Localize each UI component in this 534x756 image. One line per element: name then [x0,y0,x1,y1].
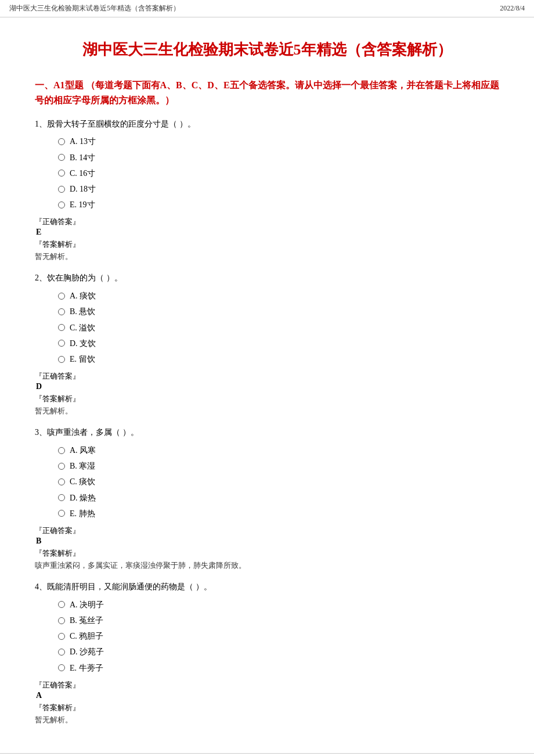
question-text-2: 2、饮在胸胁的为（ ）。 [35,271,499,285]
radio-icon [58,463,65,470]
option-label: E. 留饮 [70,352,95,366]
option-label: B. 14寸 [70,150,95,165]
analysis-label: 『答案解析』 [35,548,499,559]
option-item-1-D[interactable]: D. 18寸 [58,182,499,196]
option-item-1-A[interactable]: A. 13寸 [58,134,499,149]
analysis-text: 暂无解析。 [35,405,499,417]
options-list-4: A. 决明子B. 菟丝子C. 鸦胆子D. 沙苑子E. 牛蒡子 [58,597,499,675]
option-item-3-A[interactable]: A. 风寒 [58,443,499,458]
answer-block-1: 『正确答案』E [35,217,499,237]
answer-block-2: 『正确答案』D [35,371,499,391]
option-item-3-C[interactable]: C. 痰饮 [58,474,499,489]
radio-icon [58,293,65,300]
question-block-2: 2、饮在胸胁的为（ ）。A. 痰饮B. 悬饮C. 溢饮D. 支饮E. 留饮『正确… [35,271,499,417]
option-label: A. 13寸 [70,134,96,149]
options-list-3: A. 风寒B. 寒湿C. 痰饮D. 燥热E. 肺热 [58,443,499,521]
answer-label: 『正确答案』 [35,526,80,535]
question-block-3: 3、咳声重浊者，多属（ ）。A. 风寒B. 寒湿C. 痰饮D. 燥热E. 肺热『… [35,426,499,572]
page-footer: 编号：1307cf1d97ac068c0c8312be88a1a28e 1 [0,753,534,756]
main-title: 湖中医大三生化检验期末试卷近5年精选（含答案解析） [35,39,499,60]
options-list-2: A. 痰饮B. 悬饮C. 溢饮D. 支饮E. 留饮 [58,289,499,366]
answer-value: B [36,537,499,546]
option-item-3-D[interactable]: D. 燥热 [58,491,499,505]
questions-container: 1、股骨大转子至腘横纹的距度分寸是（ ）。A. 13寸B. 14寸C. 16寸D… [35,117,499,726]
option-label: D. 18寸 [70,182,96,196]
radio-icon [58,510,65,517]
option-item-1-B[interactable]: B. 14寸 [58,150,499,165]
question-block-4: 4、既能清肝明目，又能润肠通便的药物是（ ）。A. 决明子B. 菟丝子C. 鸦胆… [35,580,499,726]
option-item-4-A[interactable]: A. 决明子 [58,597,499,612]
radio-icon [58,324,65,331]
radio-icon [58,494,65,501]
radio-icon [58,170,65,177]
analysis-label: 『答案解析』 [35,394,499,404]
radio-icon [58,664,65,671]
radio-icon [58,138,65,145]
radio-icon [58,617,65,624]
answer-value: E [36,228,499,237]
page-header: 湖中医大三生化检验期末试卷近5年精选（含答案解析） 2022/8/4 [0,0,534,17]
option-label: C. 痰饮 [70,474,95,489]
option-item-1-C[interactable]: C. 16寸 [58,166,499,181]
option-label: B. 悬饮 [70,304,95,319]
option-label: B. 寒湿 [70,459,95,473]
option-label: C. 鸦胆子 [70,629,103,643]
option-label: A. 痰饮 [70,289,96,303]
radio-icon [58,154,65,161]
analysis-text: 暂无解析。 [35,250,499,263]
option-item-2-B[interactable]: B. 悬饮 [58,304,499,319]
option-item-2-D[interactable]: D. 支饮 [58,336,499,351]
option-item-4-E[interactable]: E. 牛蒡子 [58,661,499,675]
radio-icon [58,340,65,347]
answer-label: 『正确答案』 [35,217,80,226]
option-item-1-E[interactable]: E. 19寸 [58,197,499,212]
radio-icon [58,356,65,363]
question-text-1: 1、股骨大转子至腘横纹的距度分寸是（ ）。 [35,117,499,131]
options-list-1: A. 13寸B. 14寸C. 16寸D. 18寸E. 19寸 [58,134,499,212]
question-text-3: 3、咳声重浊者，多属（ ）。 [35,426,499,440]
analysis-text: 暂无解析。 [35,714,499,726]
page-content: 湖中医大三生化检验期末试卷近5年精选（含答案解析） 一、A1型题 （每道考题下面… [0,17,534,756]
header-title: 湖中医大三生化检验期末试卷近5年精选（含答案解析） [9,3,180,13]
option-label: D. 燥热 [70,491,96,505]
answer-value: D [36,382,499,391]
option-item-4-B[interactable]: B. 菟丝子 [58,613,499,628]
radio-icon [58,308,65,315]
analysis-label: 『答案解析』 [35,239,499,250]
option-item-3-B[interactable]: B. 寒湿 [58,459,499,473]
option-item-2-C[interactable]: C. 溢饮 [58,321,499,335]
header-date: 2022/8/4 [500,4,525,13]
option-label: C. 16寸 [70,166,95,181]
section-title: 一、A1型题 （每道考题下面有A、B、C、D、E五个备选答案。请从中选择一个最佳… [35,78,499,107]
question-text-4: 4、既能清肝明目，又能润肠通便的药物是（ ）。 [35,580,499,594]
radio-icon [58,478,65,485]
option-item-2-A[interactable]: A. 痰饮 [58,289,499,303]
answer-block-4: 『正确答案』A [35,680,499,700]
option-item-3-E[interactable]: E. 肺热 [58,506,499,521]
radio-icon [58,186,65,193]
option-label: E. 肺热 [70,506,95,521]
option-label: A. 风寒 [70,443,96,458]
analysis-text: 咳声重浊紧闷，多属实证，寒痰湿浊停聚于肺，肺失肃降所致。 [35,559,499,572]
answer-label: 『正确答案』 [35,372,80,380]
answer-value: A [36,691,499,700]
radio-icon [58,447,65,454]
option-label: B. 菟丝子 [70,613,103,628]
option-label: E. 牛蒡子 [70,661,103,675]
answer-block-3: 『正确答案』B [35,525,499,546]
option-label: C. 溢饮 [70,321,95,335]
option-label: D. 沙苑子 [70,645,104,659]
option-label: A. 决明子 [70,597,104,612]
option-item-4-D[interactable]: D. 沙苑子 [58,645,499,659]
option-label: E. 19寸 [70,197,95,212]
analysis-label: 『答案解析』 [35,703,499,713]
question-block-1: 1、股骨大转子至腘横纹的距度分寸是（ ）。A. 13寸B. 14寸C. 16寸D… [35,117,499,264]
radio-icon [58,601,65,608]
radio-icon [58,201,65,208]
option-item-2-E[interactable]: E. 留饮 [58,352,499,366]
radio-icon [58,649,65,656]
option-label: D. 支饮 [70,336,96,351]
radio-icon [58,633,65,640]
option-item-4-C[interactable]: C. 鸦胆子 [58,629,499,643]
answer-label: 『正确答案』 [35,681,80,689]
